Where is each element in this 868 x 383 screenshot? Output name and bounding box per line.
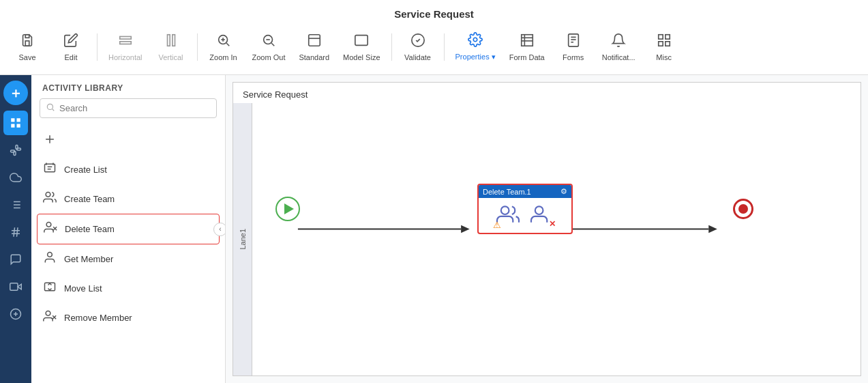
wordpress-icon-btn[interactable]: [3, 302, 28, 326]
zoom-out-icon: [261, 33, 276, 51]
standard-button[interactable]: Standard: [293, 30, 335, 64]
notifications-button[interactable]: Notificat...: [597, 30, 641, 64]
svg-line-7: [226, 43, 229, 46]
properties-icon: [468, 32, 483, 51]
forms-button[interactable]: Forms: [553, 30, 594, 64]
svg-rect-30: [17, 118, 20, 122]
validate-button[interactable]: Validate: [398, 30, 438, 64]
list-item-partial[interactable]: [31, 126, 225, 154]
svg-point-67: [535, 206, 543, 214]
model-size-icon: [354, 33, 369, 51]
list-item-remove-member[interactable]: Remove Member: [31, 303, 225, 332]
save-label: Save: [18, 53, 35, 61]
svg-marker-43: [18, 284, 21, 289]
collapse-arrow[interactable]: ‹: [213, 223, 225, 236]
hashtag-icon-btn[interactable]: [3, 220, 28, 244]
list-item-get-member[interactable]: Get Member: [31, 244, 225, 274]
svg-point-16: [473, 38, 477, 42]
validate-label: Validate: [404, 53, 431, 61]
list-icon-btn[interactable]: [3, 193, 28, 217]
vertical-icon: [164, 33, 179, 51]
vertical-button[interactable]: Vertical: [151, 30, 192, 64]
svg-rect-15: [355, 35, 368, 45]
zoom-in-button[interactable]: Zoom In: [203, 30, 244, 64]
form-data-button[interactable]: Form Data: [504, 30, 550, 64]
activity-node-gear[interactable]: ⚙: [560, 187, 567, 196]
svg-rect-28: [665, 41, 669, 45]
properties-label: Properties ▾: [455, 53, 496, 61]
svg-rect-17: [521, 34, 533, 46]
search-input[interactable]: [59, 103, 211, 113]
svg-point-53: [46, 193, 50, 197]
svg-line-47: [53, 109, 55, 111]
video-icon-btn[interactable]: [3, 274, 28, 299]
toolbar: Save Edit Horizontal Vertical Zoom: [7, 29, 685, 64]
svg-point-54: [46, 223, 51, 227]
canvas-title: Service Request: [243, 89, 308, 100]
svg-rect-1: [25, 34, 29, 38]
partial-icon: [42, 132, 57, 150]
notifications-label: Notificat...: [602, 53, 635, 61]
list-item-delete-team[interactable]: Delete Team ‹: [37, 214, 220, 244]
lane-label-text: Lane1: [239, 229, 247, 250]
svg-rect-4: [167, 34, 170, 46]
list-item-create-list[interactable]: Create List: [31, 155, 225, 184]
activity-list: Create List Create Team Delete Team ‹: [31, 124, 225, 383]
svg-point-66: [501, 206, 509, 214]
list-item-move-list[interactable]: Move List: [31, 274, 225, 303]
main-layout: ＋ ACTIVITY LIBRARY: [0, 75, 868, 383]
canvas-area: Service Request Lane1: [226, 75, 868, 383]
vertical-label: Vertical: [158, 53, 183, 61]
misc-label: Misc: [656, 53, 672, 61]
validate-icon: [410, 33, 425, 51]
node-delete-group: ✕: [530, 203, 554, 227]
activity-node-header: Delete Team.1 ⚙: [479, 185, 571, 198]
edit-button[interactable]: Edit: [50, 30, 91, 64]
save-button[interactable]: Save: [7, 30, 48, 64]
toolbar-divider-2: [197, 33, 198, 61]
search-icon: [46, 102, 55, 114]
remove-member-icon: [42, 309, 57, 326]
svg-marker-65: [708, 225, 717, 233]
move-list-label: Move List: [64, 283, 102, 294]
horizontal-button[interactable]: Horizontal: [103, 30, 148, 64]
edit-icon: [63, 33, 78, 51]
list-item-create-team[interactable]: Create Team: [31, 184, 225, 214]
svg-rect-32: [17, 124, 20, 128]
form-data-icon: [520, 33, 535, 51]
create-list-label: Create List: [64, 165, 107, 175]
standard-icon: [307, 33, 322, 51]
move-list-icon: [42, 280, 57, 297]
zoom-in-label: Zoom In: [209, 53, 237, 61]
zoom-out-label: Zoom Out: [252, 53, 286, 61]
warning-icon: ⚠: [493, 220, 501, 230]
end-node[interactable]: [733, 199, 753, 219]
zoom-in-icon: [216, 33, 231, 51]
chat-icon-btn[interactable]: [3, 247, 28, 272]
page-title: Service Request: [394, 8, 474, 20]
svg-rect-21: [568, 33, 578, 46]
start-node[interactable]: [275, 197, 300, 221]
form-data-label: Form Data: [509, 53, 545, 61]
cloud-icon-btn[interactable]: [3, 165, 28, 190]
model-size-label: Model Size: [343, 53, 380, 61]
toolbar-divider-3: [391, 33, 392, 61]
grid-icon-btn[interactable]: [3, 111, 28, 135]
properties-button[interactable]: Properties ▾: [450, 29, 501, 64]
svg-rect-29: [11, 118, 14, 122]
search-box[interactable]: [40, 98, 217, 118]
model-size-button[interactable]: Model Size: [338, 30, 385, 64]
slack-icon-btn[interactable]: [3, 138, 28, 162]
canvas-inner: Service Request Lane1: [233, 82, 861, 376]
svg-point-46: [47, 104, 53, 109]
svg-rect-25: [658, 34, 662, 38]
activity-node-delete-team[interactable]: Delete Team.1 ⚙ ⚠: [477, 184, 573, 234]
get-member-icon: [42, 251, 57, 268]
zoom-out-button[interactable]: Zoom Out: [247, 30, 291, 64]
create-team-label: Create Team: [64, 194, 115, 204]
activity-node-title: Delete Team.1: [483, 188, 531, 196]
misc-button[interactable]: Misc: [644, 30, 685, 64]
left-sidebar: ＋: [0, 75, 31, 383]
notifications-icon: [611, 33, 626, 51]
add-button[interactable]: ＋: [3, 81, 28, 105]
